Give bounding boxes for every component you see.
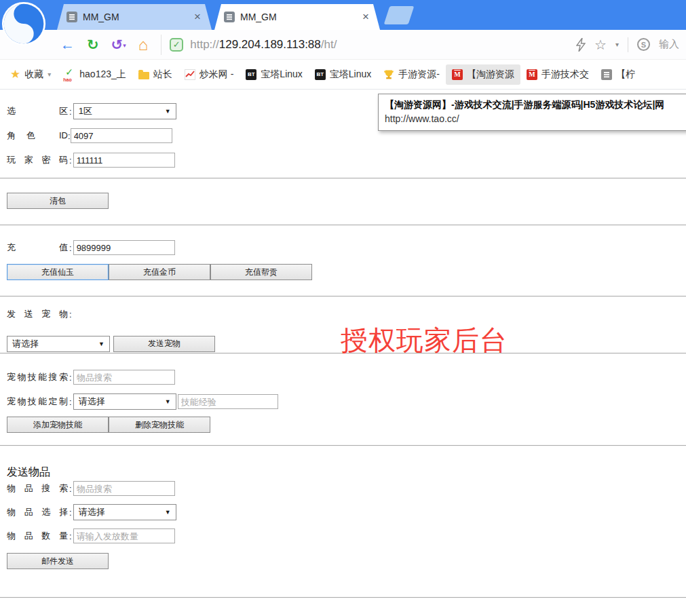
item-quantity-label: 物品数量 <box>7 530 68 542</box>
url-scheme: http:// <box>190 38 219 52</box>
address-bar[interactable]: ✓ http://129.204.189.113:88/ht/ <box>161 35 569 55</box>
chevron-down-icon[interactable]: ▾ <box>123 42 126 49</box>
pet-skill-exp-input[interactable] <box>178 394 278 409</box>
player-password-label: 玩家密码 <box>7 154 68 166</box>
role-id-input[interactable] <box>71 128 172 143</box>
security-shield-icon[interactable]: ✓ <box>170 38 183 52</box>
bookmark-shouyou-jishu[interactable]: M 手游技术交 <box>520 64 595 85</box>
chevron-down-icon: ▼ <box>165 398 171 405</box>
bt-icon: BT <box>246 69 256 80</box>
bookmark-shouyou-ziyuan[interactable]: 手游资源- <box>377 64 446 85</box>
mail-send-button[interactable]: 邮件发送 <box>7 553 109 569</box>
close-icon[interactable]: × <box>193 10 202 24</box>
player-password-input[interactable] <box>73 153 175 168</box>
divider <box>0 296 686 297</box>
page-favicon <box>66 12 77 22</box>
pet-skill-search-row: 宠物技能搜索: <box>7 369 686 385</box>
back-icon[interactable]: ← <box>60 37 75 52</box>
bookmark-chaomi[interactable]: 炒米网 - <box>178 64 240 85</box>
pet-skill-buttons-row: 添加宠物技能 删除宠物技能 <box>7 417 686 433</box>
remove-pet-skill-button[interactable]: 删除宠物技能 <box>109 417 210 433</box>
bookmark-star-icon[interactable]: ☆ <box>594 37 607 53</box>
sogou-search-icon[interactable]: S <box>637 38 650 51</box>
bookmark-ning[interactable]: 【柠 <box>595 64 641 85</box>
m-icon: M <box>527 69 537 80</box>
recharge-banggong-button[interactable]: 充值帮贡 <box>210 264 312 280</box>
server-label: 选区 <box>7 105 68 117</box>
divider <box>0 178 686 179</box>
chevron-down-icon: ▾ <box>47 71 51 78</box>
divider <box>0 597 686 598</box>
pet-skill-search-input[interactable] <box>73 370 175 385</box>
tooltip-url: http://www.tao.cc/ <box>385 112 686 126</box>
item-quantity-input[interactable] <box>73 528 175 543</box>
chevron-down-icon: ▼ <box>165 509 171 516</box>
item-quantity-row: 物品数量: <box>7 528 686 544</box>
bookmark-hao123[interactable]: ✓hao hao123_上 <box>57 64 132 85</box>
clear-bag-row: 清包 <box>7 193 686 209</box>
search-hint-text[interactable]: 输入 <box>659 38 679 51</box>
bt-icon: BT <box>315 69 326 80</box>
recharge-row: 充值: <box>7 239 686 256</box>
recharge-label: 充值 <box>7 242 68 254</box>
bookmark-label: 站长 <box>153 69 172 81</box>
pet-skill-custom-row: 宠物技能定制: 请选择 ▼ <box>7 393 686 410</box>
bookmark-zhanzhang[interactable]: 站长 <box>132 64 178 85</box>
toolbar-right-controls: ☆ ▾ S 输入 <box>569 37 686 53</box>
url-path: /ht/ <box>321 38 337 52</box>
clear-bag-button[interactable]: 清包 <box>7 193 109 209</box>
undo-icon[interactable]: ↺▾ <box>111 37 126 52</box>
bookmark-label: 【淘游资源 <box>467 69 514 81</box>
bookmark-label: hao123_上 <box>79 69 126 81</box>
role-id-label: 角色 ID <box>7 130 68 142</box>
item-search-input[interactable] <box>73 481 175 496</box>
hao123-icon: ✓hao <box>63 69 75 81</box>
pet-skill-select[interactable]: 请选择 ▼ <box>73 393 176 410</box>
browser-titlebar: MM_GM × MM_GM × <box>0 0 686 30</box>
divider <box>628 37 628 52</box>
bookmark-baota-linux-1[interactable]: BT 宝塔Linux <box>240 64 308 85</box>
bookmark-tooltip: 【淘游资源网】-游戏技术交流|手游服务端源码|H5游戏技术论坛|网 http:/… <box>378 94 686 131</box>
lightning-icon[interactable] <box>576 38 586 52</box>
send-pet-label: 发送宠物 <box>7 308 68 320</box>
item-select-label: 物品选择 <box>7 506 68 518</box>
trophy-icon <box>383 69 394 80</box>
send-pet-label-row: 发送宠物: <box>7 308 686 320</box>
server-select[interactable]: 1区 ▼ <box>73 103 176 119</box>
browser-tab-1[interactable]: MM_GM × <box>57 4 212 30</box>
item-search-row: 物品搜索: <box>7 480 686 497</box>
bookmark-taoyou-ziyuan[interactable]: M 【淘游资源 <box>446 64 520 85</box>
refresh-icon[interactable]: ↻ <box>87 37 99 52</box>
browser-toolbar: ← ↻ ↺▾ ⌂ ✓ http://129.204.189.113:88/ht/… <box>0 30 686 60</box>
recharge-gold-button[interactable]: 充值金币 <box>109 264 210 280</box>
bookmark-baota-linux-2[interactable]: BT 宝塔Linux <box>309 64 377 85</box>
pet-skill-custom-label: 宠物技能定制 <box>7 396 68 408</box>
pet-skill-search-label: 宠物技能搜索 <box>7 371 68 383</box>
recharge-amount-input[interactable] <box>73 240 175 255</box>
bookmark-label: 宝塔Linux <box>330 69 371 81</box>
star-icon: ★ <box>10 67 20 81</box>
divider <box>0 225 686 226</box>
add-pet-skill-button[interactable]: 添加宠物技能 <box>7 417 109 433</box>
item-select-value: 请选择 <box>79 506 105 518</box>
bookmark-label: 【柠 <box>616 69 635 81</box>
pet-select[interactable]: 请选择 ▼ <box>7 336 110 352</box>
send-pet-button[interactable]: 发送宠物 <box>113 336 215 352</box>
recharge-xianyu-button[interactable]: 充值仙玉 <box>7 264 109 280</box>
home-icon[interactable]: ⌂ <box>138 37 149 53</box>
doc-icon <box>601 69 612 80</box>
divider <box>0 445 686 446</box>
item-select[interactable]: 请选择 ▼ <box>73 504 176 520</box>
chart-icon <box>185 69 195 80</box>
browser-tab-2-active[interactable]: MM_GM × <box>214 4 380 30</box>
new-tab-button[interactable] <box>384 6 415 24</box>
tab-title: MM_GM <box>240 12 361 22</box>
bookmark-label: 宝塔Linux <box>261 69 302 81</box>
tooltip-title: 【淘游资源网】-游戏技术交流|手游服务端源码|H5游戏技术论坛|网 <box>385 98 686 112</box>
bookmark-favorites[interactable]: ★ 收藏 ▾ <box>4 63 57 85</box>
tab-title: MM_GM <box>83 12 193 22</box>
close-icon[interactable]: × <box>361 10 370 24</box>
send-items-heading: 发送物品 <box>7 465 686 479</box>
bookmark-label: 手游资源- <box>398 69 440 81</box>
chevron-down-icon[interactable]: ▾ <box>615 41 619 48</box>
